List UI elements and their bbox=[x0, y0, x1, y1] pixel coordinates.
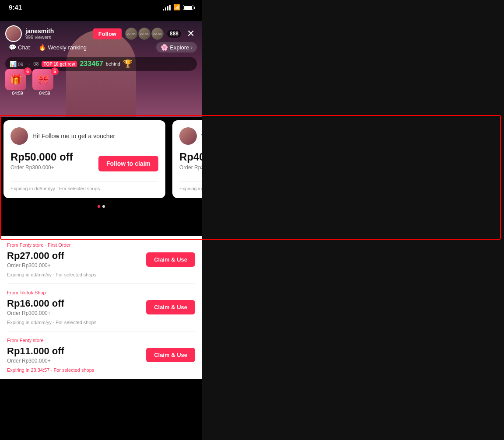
list-min-order-3: Order Rp300.000+ bbox=[7, 358, 64, 364]
list-expiry-2: Expiring in dd/mm/yy · For selected shop… bbox=[7, 320, 195, 325]
card-1-follow-btn[interactable]: Follow to claim bbox=[98, 156, 158, 171]
gift-timer-1: 04:59 bbox=[5, 91, 30, 96]
status-icons: 📶 bbox=[163, 4, 193, 10]
gift-item-1[interactable]: 6 🎁 04:59 bbox=[5, 69, 30, 94]
gift-total-count: 888 bbox=[167, 30, 181, 38]
list-expiry-3: Expiring in 23:34:57 · For selected shop… bbox=[7, 367, 195, 373]
claim-use-btn-3[interactable]: Claim & Use bbox=[146, 348, 195, 362]
store-tag-2: From TikTok Shop bbox=[7, 290, 195, 295]
card-1-header-text: Hi! Follow me to get a voucher bbox=[32, 133, 115, 140]
voucher-list-item-2: From TikTok Shop Rp16.000 off Order Rp30… bbox=[7, 284, 195, 332]
list-amount-2: Rp16.000 off bbox=[7, 298, 64, 309]
voucher-card-2: Watch for 04:21 to get a voucher Rp40.00… bbox=[172, 120, 202, 198]
list-item-1-row: Rp27.000 off Order Rp300.000+ Claim & Us… bbox=[7, 250, 195, 269]
top-bar: janesmith 999 viewers Follow 22.5K 22.5K… bbox=[0, 23, 202, 45]
battery-icon bbox=[183, 5, 193, 10]
streamer-avatar bbox=[5, 25, 22, 42]
explore-chevron-icon: › bbox=[191, 45, 192, 50]
gift-badge-1: 6 bbox=[24, 67, 32, 75]
claim-use-btn-2[interactable]: Claim & Use bbox=[146, 300, 195, 314]
signal-icon bbox=[163, 4, 171, 10]
list-min-order-1: Order Rp300.000+ bbox=[7, 262, 64, 269]
wifi-icon: 📶 bbox=[173, 4, 180, 10]
card-1-amount: Rp50.000 off bbox=[10, 151, 73, 163]
fire-emoji: 🔥 bbox=[38, 44, 46, 51]
explore-emoji: 🌸 bbox=[161, 44, 168, 51]
rank-big-number: 233467 bbox=[80, 60, 103, 68]
username: janesmith bbox=[25, 28, 90, 35]
card-1-action-row: Rp50.000 off Order Rp300.000+ Follow to … bbox=[10, 151, 158, 176]
list-expiry-1: Expiring in dd/mm/yy · For selected shop… bbox=[7, 272, 195, 277]
gift-image-1: 🎁 bbox=[5, 69, 26, 90]
tab-weekly-ranking[interactable]: 🔥 Weekly ranking bbox=[35, 42, 90, 52]
gift-badge-2: 5 bbox=[51, 67, 59, 75]
card-2-header-text: Watch for 04:21 to get a voucher bbox=[201, 133, 202, 140]
card-2-amount: Rp40.000 off bbox=[179, 151, 202, 163]
dot-1 bbox=[98, 205, 100, 208]
gift-floating-items: 6 🎁 04:59 5 🎀 04:59 bbox=[5, 69, 57, 94]
voucher-card-1: Hi! Follow me to get a voucher Rp50.000 … bbox=[4, 120, 165, 198]
tab-weekly-ranking-label: Weekly ranking bbox=[48, 44, 87, 51]
voucher-list: From Fenty store · First Order Rp27.000 … bbox=[0, 236, 202, 379]
list-item-2-details: Rp16.000 off Order Rp300.000+ bbox=[7, 298, 64, 316]
rank-to: 08 bbox=[33, 61, 38, 66]
rank-arrow-icon: → bbox=[26, 61, 31, 66]
voucher-list-item-3: From Fenty store Rp11.000 off Order Rp30… bbox=[7, 332, 195, 379]
list-item-2-row: Rp16.000 off Order Rp300.000+ Claim & Us… bbox=[7, 298, 195, 316]
card-1-avatar bbox=[10, 127, 28, 145]
viewers-count: 999 viewers bbox=[25, 35, 90, 40]
card-1-expiry: Expiring in dd/mm/yy · For selected shop… bbox=[10, 181, 158, 191]
right-dark-area bbox=[202, 0, 504, 440]
claim-use-btn-1[interactable]: Claim & Use bbox=[146, 252, 195, 267]
list-min-order-2: Order Rp300.000+ bbox=[7, 310, 64, 316]
rank-badge: TOP 10 get rew bbox=[42, 61, 77, 67]
card-1-header: Hi! Follow me to get a voucher bbox=[10, 127, 158, 145]
tab-explore-label: Explore bbox=[170, 44, 189, 51]
gift-item-2[interactable]: 5 🎀 04:59 bbox=[32, 69, 57, 94]
gift-timer-2: 04:59 bbox=[32, 91, 57, 96]
status-bar: 9:41 📶 bbox=[0, 0, 202, 13]
gift-image-2: 🎀 bbox=[32, 69, 53, 90]
rank-from: 📊 09 bbox=[10, 61, 23, 67]
voucher-cards-row: Hi! Follow me to get a voucher Rp50.000 … bbox=[0, 115, 202, 203]
rank-behind-label: behind bbox=[106, 61, 120, 66]
gift-avatars: 22.5K 22.5K 22.5K bbox=[125, 28, 164, 40]
tab-explore[interactable]: 🌸 Explore › bbox=[156, 42, 197, 52]
voucher-cards-section: Hi! Follow me to get a voucher Rp50.000 … bbox=[0, 115, 202, 208]
chat-emoji: 💬 bbox=[9, 44, 16, 51]
card-2-amount-block: Rp40.000 off Order Rp300.000+ bbox=[179, 151, 202, 176]
dot-2 bbox=[102, 205, 105, 208]
live-tabs: 💬 Chat 🔥 Weekly ranking 🌸 Explore › bbox=[0, 42, 202, 52]
user-info: janesmith 999 viewers bbox=[25, 28, 90, 40]
card-1-min-order: Order Rp300.000+ bbox=[10, 164, 73, 171]
voucher-list-item-1: From Fenty store · First Order Rp27.000 … bbox=[7, 236, 195, 284]
phone-screen: 9:41 📶 janesmith 999 viewers Follow 22.5… bbox=[0, 0, 202, 440]
list-item-3-row: Rp11.000 off Order Rp300.000+ Claim & Us… bbox=[7, 346, 195, 364]
list-amount-1: Rp27.000 off bbox=[7, 250, 64, 262]
carousel-dots bbox=[0, 205, 202, 208]
list-amount-3: Rp11.000 off bbox=[7, 346, 64, 357]
gift-avatar-1: 22.5K bbox=[125, 28, 137, 40]
card-2-expiry: Expiring in dd/mm/yy · For selected shop… bbox=[179, 181, 202, 191]
list-item-3-details: Rp11.000 off Order Rp300.000+ bbox=[7, 346, 64, 364]
tab-chat-label: Chat bbox=[18, 44, 30, 51]
card-1-amount-block: Rp50.000 off Order Rp300.000+ bbox=[10, 151, 73, 176]
list-item-1-details: Rp27.000 off Order Rp300.000+ bbox=[7, 250, 64, 269]
card-2-header: Watch for 04:21 to get a voucher bbox=[179, 127, 202, 145]
card-2-header-pre: Watch for bbox=[201, 133, 202, 140]
store-tag-1: From Fenty store · First Order bbox=[7, 242, 195, 248]
card-2-min-order: Order Rp300.000+ bbox=[179, 164, 202, 171]
store-tag-3: From Fenty store bbox=[7, 338, 195, 343]
time-display: 9:41 bbox=[9, 3, 22, 11]
gift-avatar-3: 22.5K bbox=[151, 28, 164, 40]
card-2-avatar bbox=[179, 127, 197, 145]
card-2-action-row: Rp40.000 off Order Rp300.000+ Claim bbox=[179, 151, 202, 176]
follow-button[interactable]: Follow bbox=[93, 28, 122, 39]
tab-chat[interactable]: 💬 Chat bbox=[5, 42, 33, 52]
close-button[interactable]: ✕ bbox=[185, 28, 197, 40]
rank-trophy-icon: 🏆 bbox=[123, 59, 133, 69]
gift-avatar-2: 22.5K bbox=[138, 28, 150, 40]
